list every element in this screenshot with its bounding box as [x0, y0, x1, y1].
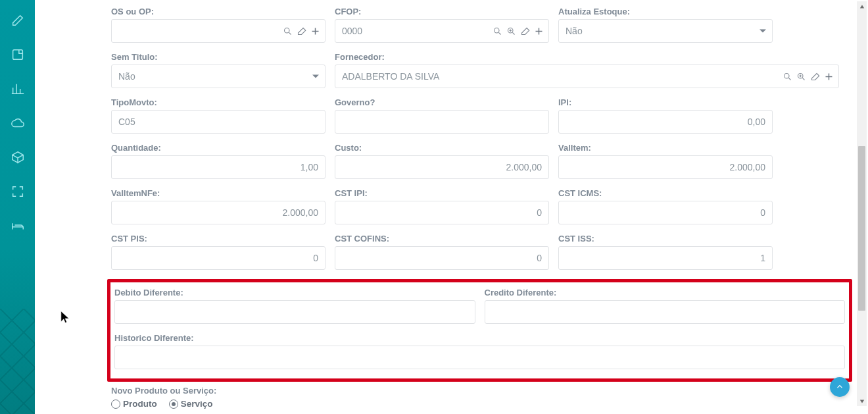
radio-produto-label: Produto	[123, 399, 157, 409]
label-val-item-nfe: ValItemNFe:	[111, 188, 326, 198]
label-cfop: CFOP:	[335, 7, 549, 16]
sidebar	[0, 0, 35, 414]
note-icon[interactable]	[11, 47, 25, 62]
label-custo: Custo:	[335, 143, 549, 153]
valitemnfe-input[interactable]	[111, 201, 326, 224]
svg-point-4	[494, 28, 500, 33]
label-os-op: OS ou OP:	[111, 7, 326, 16]
form: OS ou OP: CFOP:	[105, 0, 855, 409]
cst-icms-input[interactable]	[558, 201, 773, 224]
cst-iss-input[interactable]	[558, 246, 773, 270]
chevron-down-icon	[312, 75, 319, 78]
plus-icon[interactable]	[534, 26, 544, 36]
chevron-down-icon	[760, 30, 766, 33]
ipi-input[interactable]	[558, 110, 773, 134]
bed-icon[interactable]	[11, 219, 25, 233]
label-sem-titulo: Sem Titulo:	[111, 52, 326, 62]
svg-rect-0	[12, 50, 22, 60]
sem-titulo-select[interactable]: Não	[111, 65, 326, 88]
radio-produto[interactable]: Produto	[111, 399, 157, 409]
label-cst-pis: CST PIS:	[111, 234, 326, 244]
cst-ipi-input[interactable]	[335, 201, 549, 224]
erase-icon[interactable]	[520, 26, 530, 36]
cst-pis-input[interactable]	[111, 246, 326, 270]
quantidade-input[interactable]	[111, 155, 326, 179]
plus-icon[interactable]	[824, 72, 834, 82]
erase-icon[interactable]	[297, 26, 306, 36]
scrollbar-thumb[interactable]	[858, 146, 865, 311]
expand-icon[interactable]	[11, 184, 25, 199]
edit-icon[interactable]	[11, 13, 25, 28]
zoom-in-icon[interactable]	[506, 26, 516, 36]
governo-input[interactable]	[335, 110, 549, 134]
radio-servico[interactable]: Serviço	[169, 399, 213, 409]
highlight-box: Debito Diferente: Credito Diferente: His…	[107, 279, 852, 382]
debito-diferente-input[interactable]	[114, 300, 475, 324]
credito-diferente-input[interactable]	[485, 300, 846, 324]
form-scroll-area: OS ou OP: CFOP:	[39, 0, 855, 409]
box-icon[interactable]	[11, 150, 25, 165]
tipo-movto-input[interactable]	[111, 110, 326, 134]
label-val-item: ValItem:	[558, 143, 773, 153]
label-credito-diferente: Credito Diferente:	[485, 288, 846, 298]
label-ipi: IPI:	[558, 97, 773, 107]
label-cst-ipi: CST IPI:	[335, 188, 549, 198]
custo-input[interactable]	[335, 155, 549, 179]
label-cst-iss: CST ISS:	[558, 234, 773, 244]
scrollbar-down-icon[interactable]	[857, 396, 867, 406]
radio-servico-label: Serviço	[181, 399, 213, 409]
label-fornecedor: Fornecedor:	[335, 52, 839, 62]
label-debito-diferente: Debito Diferente:	[114, 288, 475, 298]
label-historico-diferente: Historico Diferente:	[114, 333, 845, 343]
label-tipo-movto: TipoMovto:	[111, 97, 326, 107]
chart-icon[interactable]	[11, 82, 25, 96]
label-cst-cofins: CST COFINS:	[335, 234, 549, 244]
label-governo: Governo?	[335, 97, 549, 107]
search-icon[interactable]	[783, 72, 792, 82]
label-novo-produto: Novo Produto ou Serviço:	[111, 386, 216, 396]
label-cst-icms: CST ICMS:	[558, 188, 773, 198]
atualiza-estoque-select[interactable]: Não	[558, 19, 773, 43]
valitem-input[interactable]	[558, 155, 773, 179]
scroll-top-button[interactable]	[830, 377, 850, 397]
page: OS ou OP: CFOP:	[35, 0, 868, 414]
search-icon[interactable]	[493, 26, 502, 36]
cst-cofins-input[interactable]	[335, 246, 549, 270]
historico-diferente-input[interactable]	[114, 346, 845, 369]
scrollbar-up-icon[interactable]	[857, 1, 867, 11]
zoom-in-icon[interactable]	[796, 72, 806, 82]
sidebar-pattern	[0, 309, 35, 414]
label-quantidade: Quantidade:	[111, 143, 326, 153]
erase-icon[interactable]	[810, 72, 820, 82]
fornecedor-input[interactable]	[335, 65, 839, 88]
scrollbar[interactable]	[857, 1, 867, 406]
svg-point-1	[285, 28, 290, 33]
search-icon[interactable]	[283, 26, 293, 36]
plus-icon[interactable]	[310, 26, 320, 36]
cloud-icon[interactable]	[11, 116, 25, 130]
svg-point-8	[784, 73, 790, 78]
label-atualiza-estoque: Atualiza Estoque:	[558, 7, 773, 16]
